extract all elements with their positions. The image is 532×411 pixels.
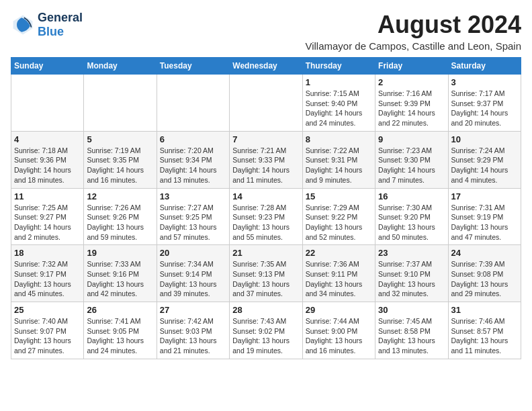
logo-icon — [11, 13, 35, 37]
day-number: 28 — [232, 305, 299, 315]
column-header-sunday: Sunday — [11, 58, 84, 75]
day-number: 20 — [160, 248, 226, 258]
day-number: 16 — [378, 191, 445, 201]
day-info: Sunrise: 7:24 AM Sunset: 9:29 PM Dayligh… — [451, 146, 518, 185]
day-number: 31 — [451, 305, 518, 315]
day-info: Sunrise: 7:43 AM Sunset: 9:02 PM Dayligh… — [232, 316, 299, 356]
calendar-cell: 10Sunrise: 7:24 AM Sunset: 9:29 PM Dayli… — [448, 131, 521, 188]
calendar-cell: 8Sunrise: 7:22 AM Sunset: 9:31 PM Daylig… — [302, 131, 375, 188]
calendar-cell: 9Sunrise: 7:23 AM Sunset: 9:30 PM Daylig… — [375, 131, 448, 188]
day-info: Sunrise: 7:21 AM Sunset: 9:33 PM Dayligh… — [232, 146, 299, 185]
day-info: Sunrise: 7:25 AM Sunset: 9:27 PM Dayligh… — [14, 203, 81, 242]
day-info: Sunrise: 7:46 AM Sunset: 8:57 PM Dayligh… — [451, 316, 518, 356]
column-header-thursday: Thursday — [302, 58, 375, 75]
day-number: 22 — [306, 248, 372, 258]
calendar-week-row: 1Sunrise: 7:15 AM Sunset: 9:40 PM Daylig… — [11, 75, 521, 132]
day-info: Sunrise: 7:36 AM Sunset: 9:11 PM Dayligh… — [306, 259, 372, 299]
calendar-week-row: 4Sunrise: 7:18 AM Sunset: 9:36 PM Daylig… — [11, 131, 521, 188]
calendar-cell: 21Sunrise: 7:35 AM Sunset: 9:13 PM Dayli… — [230, 245, 302, 302]
day-number: 12 — [87, 191, 153, 201]
calendar-cell: 31Sunrise: 7:46 AM Sunset: 8:57 PM Dayli… — [448, 302, 521, 359]
day-info: Sunrise: 7:41 AM Sunset: 9:05 PM Dayligh… — [87, 316, 153, 356]
day-info: Sunrise: 7:32 AM Sunset: 9:17 PM Dayligh… — [14, 259, 81, 299]
day-info: Sunrise: 7:31 AM Sunset: 9:19 PM Dayligh… — [451, 203, 518, 242]
day-number: 9 — [378, 134, 445, 144]
day-number: 18 — [14, 248, 81, 258]
calendar-cell: 22Sunrise: 7:36 AM Sunset: 9:11 PM Dayli… — [302, 245, 375, 302]
day-info: Sunrise: 7:33 AM Sunset: 9:16 PM Dayligh… — [87, 259, 153, 299]
day-number: 7 — [232, 134, 299, 144]
day-number: 19 — [87, 248, 153, 258]
calendar-cell: 24Sunrise: 7:39 AM Sunset: 9:08 PM Dayli… — [448, 245, 521, 302]
day-number: 1 — [306, 77, 372, 87]
location-subtitle: Villamayor de Campos, Castille and Leon,… — [305, 40, 521, 52]
calendar-cell: 29Sunrise: 7:44 AM Sunset: 9:00 PM Dayli… — [302, 302, 375, 359]
calendar-cell: 28Sunrise: 7:43 AM Sunset: 9:02 PM Dayli… — [230, 302, 302, 359]
calendar-week-row: 11Sunrise: 7:25 AM Sunset: 9:27 PM Dayli… — [11, 188, 521, 245]
calendar-cell: 12Sunrise: 7:26 AM Sunset: 9:26 PM Dayli… — [84, 188, 157, 245]
day-info: Sunrise: 7:28 AM Sunset: 9:23 PM Dayligh… — [232, 203, 299, 242]
calendar-cell: 6Sunrise: 7:20 AM Sunset: 9:34 PM Daylig… — [157, 131, 229, 188]
day-info: Sunrise: 7:20 AM Sunset: 9:34 PM Dayligh… — [160, 146, 226, 185]
day-number: 10 — [451, 134, 518, 144]
calendar-cell: 4Sunrise: 7:18 AM Sunset: 9:36 PM Daylig… — [11, 131, 84, 188]
calendar-cell: 20Sunrise: 7:34 AM Sunset: 9:14 PM Dayli… — [157, 245, 229, 302]
day-number: 11 — [14, 191, 81, 201]
calendar-cell: 26Sunrise: 7:41 AM Sunset: 9:05 PM Dayli… — [84, 302, 157, 359]
day-info: Sunrise: 7:15 AM Sunset: 9:40 PM Dayligh… — [306, 89, 372, 128]
day-info: Sunrise: 7:30 AM Sunset: 9:20 PM Dayligh… — [378, 203, 445, 242]
column-header-tuesday: Tuesday — [157, 58, 229, 75]
day-info: Sunrise: 7:19 AM Sunset: 9:35 PM Dayligh… — [87, 146, 153, 185]
calendar-cell: 23Sunrise: 7:37 AM Sunset: 9:10 PM Dayli… — [375, 245, 448, 302]
logo-general: General — [38, 11, 83, 25]
day-number: 3 — [451, 77, 518, 87]
calendar-cell: 3Sunrise: 7:17 AM Sunset: 9:37 PM Daylig… — [448, 75, 521, 132]
calendar-cell: 1Sunrise: 7:15 AM Sunset: 9:40 PM Daylig… — [302, 75, 375, 132]
day-info: Sunrise: 7:42 AM Sunset: 9:03 PM Dayligh… — [160, 316, 226, 356]
calendar-cell: 15Sunrise: 7:29 AM Sunset: 9:22 PM Dayli… — [302, 188, 375, 245]
day-info: Sunrise: 7:18 AM Sunset: 9:36 PM Dayligh… — [14, 146, 81, 185]
calendar-week-row: 18Sunrise: 7:32 AM Sunset: 9:17 PM Dayli… — [11, 245, 521, 302]
calendar-header-row: SundayMondayTuesdayWednesdayThursdayFrid… — [11, 58, 521, 75]
day-number: 23 — [378, 248, 445, 258]
calendar-cell — [157, 75, 229, 132]
calendar-table: SundayMondayTuesdayWednesdayThursdayFrid… — [11, 57, 521, 359]
logo: General Blue — [11, 11, 83, 39]
day-info: Sunrise: 7:22 AM Sunset: 9:31 PM Dayligh… — [306, 146, 372, 185]
day-info: Sunrise: 7:17 AM Sunset: 9:37 PM Dayligh… — [451, 89, 518, 128]
day-number: 14 — [232, 191, 299, 201]
calendar-cell: 27Sunrise: 7:42 AM Sunset: 9:03 PM Dayli… — [157, 302, 229, 359]
calendar-cell: 19Sunrise: 7:33 AM Sunset: 9:16 PM Dayli… — [84, 245, 157, 302]
day-info: Sunrise: 7:45 AM Sunset: 8:58 PM Dayligh… — [378, 316, 445, 356]
logo-blue: Blue — [38, 25, 64, 38]
column-header-wednesday: Wednesday — [230, 58, 302, 75]
title-block: August 2024 Villamayor de Campos, Castil… — [305, 11, 521, 52]
calendar-week-row: 25Sunrise: 7:40 AM Sunset: 9:07 PM Dayli… — [11, 302, 521, 359]
day-number: 4 — [14, 134, 81, 144]
column-header-saturday: Saturday — [448, 58, 521, 75]
month-year-title: August 2024 — [305, 11, 521, 39]
calendar-cell: 18Sunrise: 7:32 AM Sunset: 9:17 PM Dayli… — [11, 245, 84, 302]
calendar-cell: 13Sunrise: 7:27 AM Sunset: 9:25 PM Dayli… — [157, 188, 229, 245]
calendar-cell — [84, 75, 157, 132]
calendar-cell: 2Sunrise: 7:16 AM Sunset: 9:39 PM Daylig… — [375, 75, 448, 132]
calendar-cell: 17Sunrise: 7:31 AM Sunset: 9:19 PM Dayli… — [448, 188, 521, 245]
column-header-friday: Friday — [375, 58, 448, 75]
day-number: 25 — [14, 305, 81, 315]
day-info: Sunrise: 7:26 AM Sunset: 9:26 PM Dayligh… — [87, 203, 153, 242]
day-info: Sunrise: 7:27 AM Sunset: 9:25 PM Dayligh… — [160, 203, 226, 242]
calendar-cell — [230, 75, 302, 132]
day-info: Sunrise: 7:39 AM Sunset: 9:08 PM Dayligh… — [451, 259, 518, 299]
day-number: 30 — [378, 305, 445, 315]
day-number: 13 — [160, 191, 226, 201]
day-number: 26 — [87, 305, 153, 315]
calendar-cell: 14Sunrise: 7:28 AM Sunset: 9:23 PM Dayli… — [230, 188, 302, 245]
day-info: Sunrise: 7:37 AM Sunset: 9:10 PM Dayligh… — [378, 259, 445, 299]
calendar-cell: 16Sunrise: 7:30 AM Sunset: 9:20 PM Dayli… — [375, 188, 448, 245]
calendar-cell — [11, 75, 84, 132]
day-info: Sunrise: 7:34 AM Sunset: 9:14 PM Dayligh… — [160, 259, 226, 299]
day-number: 2 — [378, 77, 445, 87]
day-number: 29 — [306, 305, 372, 315]
calendar-cell: 25Sunrise: 7:40 AM Sunset: 9:07 PM Dayli… — [11, 302, 84, 359]
day-number: 8 — [306, 134, 372, 144]
